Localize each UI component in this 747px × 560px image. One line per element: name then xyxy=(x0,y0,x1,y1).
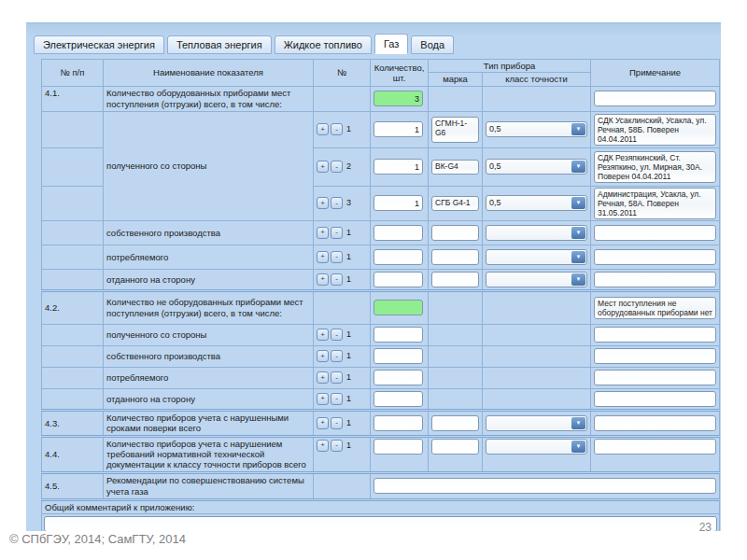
brand-input[interactable]: СГМН-1-G6 xyxy=(431,117,479,143)
accuracy-dropdown[interactable]: 0,5 ▼ xyxy=(486,121,587,137)
chevron-down-icon[interactable]: ▼ xyxy=(571,441,585,453)
add-device-button[interactable]: + xyxy=(317,417,329,429)
accuracy-dropdown[interactable]: ▼ xyxy=(486,249,587,265)
equipped-total-input[interactable] xyxy=(374,91,423,106)
tab-electric-energy[interactable]: Электрическая энергия xyxy=(34,35,164,54)
device-count-input[interactable] xyxy=(374,159,423,175)
add-device-button[interactable]: + xyxy=(317,371,329,384)
note-input[interactable]: СДК Резяпкинский, Ст. Резяпкино, ул. Мир… xyxy=(594,151,716,183)
add-device-button[interactable]: + xyxy=(317,123,329,135)
header-quantity-line2: шт. xyxy=(373,73,426,83)
note-input[interactable] xyxy=(594,91,716,106)
note-input[interactable] xyxy=(594,415,716,431)
accuracy-dropdown[interactable]: ▼ xyxy=(486,415,587,431)
remove-device-button[interactable]: - xyxy=(331,251,343,263)
recommendations-input[interactable] xyxy=(374,478,716,494)
remove-device-button[interactable]: - xyxy=(331,393,343,405)
table-row: 4.4. Количество приборов учета с нарушен… xyxy=(42,436,720,472)
chevron-down-icon[interactable]: ▼ xyxy=(571,251,585,263)
note-input[interactable] xyxy=(594,249,716,265)
row-44-label: Количество приборов учета с нарушением т… xyxy=(104,436,314,472)
brand-input[interactable] xyxy=(431,439,479,455)
device-count-input[interactable] xyxy=(374,327,423,343)
note-input[interactable] xyxy=(594,348,716,364)
row-41-num: 4.1. xyxy=(42,86,104,111)
add-device-button[interactable]: + xyxy=(317,251,329,263)
chevron-down-icon[interactable]: ▼ xyxy=(571,273,585,286)
device-count-input[interactable] xyxy=(374,439,423,455)
unequipped-total-input[interactable] xyxy=(374,300,423,315)
device-count-input[interactable] xyxy=(374,391,423,407)
remove-device-button[interactable]: - xyxy=(331,350,343,362)
tab-gas[interactable]: Газ xyxy=(374,34,408,54)
add-device-button[interactable]: + xyxy=(317,273,329,286)
device-count-input[interactable] xyxy=(374,225,423,241)
brand-input[interactable] xyxy=(431,415,479,431)
empty-brand-cell xyxy=(429,324,483,345)
add-device-button[interactable]: + xyxy=(317,350,329,362)
add-device-button[interactable]: + xyxy=(317,197,329,209)
row-num-cell xyxy=(42,220,104,245)
brand-input[interactable] xyxy=(431,249,479,265)
device-count-input[interactable] xyxy=(374,195,423,211)
general-comment-input[interactable] xyxy=(44,516,717,531)
tab-heat-energy[interactable]: Тепловая энергия xyxy=(167,35,272,54)
accuracy-dropdown[interactable]: 0,5 ▼ xyxy=(486,195,587,211)
device-count-input[interactable] xyxy=(374,272,423,287)
remove-device-button[interactable]: - xyxy=(331,329,343,341)
tab-liquid-fuel[interactable]: Жидкое топливо xyxy=(275,35,372,54)
chevron-down-icon[interactable]: ▼ xyxy=(571,161,585,173)
chevron-down-icon[interactable]: ▼ xyxy=(571,417,585,429)
brand-input[interactable] xyxy=(431,272,479,287)
accuracy-dropdown[interactable]: ▼ xyxy=(486,225,587,241)
note-input[interactable]: Мест поступления не оборудованных прибор… xyxy=(594,297,716,319)
note-input[interactable]: Администрация, Усакла, ул. Речная, 58А. … xyxy=(594,188,716,219)
note-input[interactable]: СДК Усаклинский, Усакла, ул. Речная, 58Б… xyxy=(594,114,716,146)
brand-input[interactable]: СГБ G4-1 xyxy=(431,196,479,211)
brand-input[interactable]: ВК-G4 xyxy=(431,160,479,175)
copyright-text: © СПбГЭУ, 2014; СамГТУ, 2014 xyxy=(9,532,186,546)
device-count-input[interactable] xyxy=(374,249,423,265)
add-device-button[interactable]: + xyxy=(317,227,329,239)
accuracy-dropdown[interactable]: ▼ xyxy=(486,439,587,455)
row-41-label: Количество оборудованных приборами мест … xyxy=(104,86,314,111)
chevron-down-icon[interactable]: ▼ xyxy=(571,123,585,135)
page-number: 23 xyxy=(699,521,712,534)
add-device-button[interactable]: + xyxy=(317,393,329,405)
add-device-button[interactable]: + xyxy=(317,440,329,452)
brand-input[interactable] xyxy=(431,225,479,241)
remove-device-button[interactable]: - xyxy=(331,197,343,209)
note-input[interactable] xyxy=(594,370,716,385)
table-row: отданного на сторону + - 1 ▼ xyxy=(42,269,720,290)
gas-form-panel: Электрическая энергияТепловая энергияЖид… xyxy=(26,22,721,531)
sub-row-label: собственного производства xyxy=(104,345,314,367)
remove-device-button[interactable]: - xyxy=(331,371,343,384)
remove-device-button[interactable]: - xyxy=(331,123,343,135)
row-45-no-cell xyxy=(314,472,371,499)
device-index: 1 xyxy=(346,252,351,262)
add-device-button[interactable]: + xyxy=(317,161,329,173)
note-input[interactable] xyxy=(594,391,716,407)
note-input[interactable] xyxy=(594,439,716,455)
device-count-input[interactable] xyxy=(374,121,423,137)
chevron-down-icon[interactable]: ▼ xyxy=(571,227,585,239)
remove-device-button[interactable]: - xyxy=(331,417,343,429)
device-count-input[interactable] xyxy=(374,370,423,385)
remove-device-button[interactable]: - xyxy=(331,440,343,452)
chevron-down-icon[interactable]: ▼ xyxy=(571,197,585,209)
accuracy-dropdown[interactable]: 0,5 ▼ xyxy=(486,159,587,175)
header-accuracy-class: класс точности xyxy=(483,73,591,86)
note-input[interactable] xyxy=(594,327,716,343)
add-device-button[interactable]: + xyxy=(317,329,329,341)
remove-device-button[interactable]: - xyxy=(331,227,343,239)
remove-device-button[interactable]: - xyxy=(331,161,343,173)
device-count-input[interactable] xyxy=(374,415,423,431)
tab-water[interactable]: Вода xyxy=(411,35,454,54)
accuracy-dropdown[interactable]: ▼ xyxy=(486,272,587,287)
note-input[interactable] xyxy=(594,272,716,287)
note-input[interactable] xyxy=(594,225,716,241)
device-count-input[interactable] xyxy=(374,348,423,364)
row-45-num: 4.5. xyxy=(42,472,104,499)
remove-device-button[interactable]: - xyxy=(331,273,343,286)
gas-metering-table: № п/п Наименование показателя № Количест… xyxy=(41,59,720,531)
